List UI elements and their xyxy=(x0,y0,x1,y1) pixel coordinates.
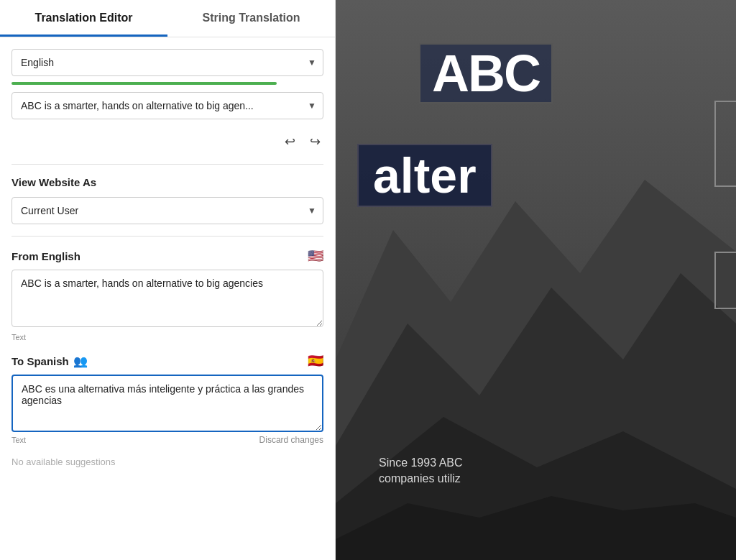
abc-overlay: ABC xyxy=(419,43,553,104)
abc-text: ABC xyxy=(432,45,540,102)
from-english-header: From English 🇺🇸 xyxy=(12,248,323,264)
to-spanish-textarea[interactable] xyxy=(12,375,323,432)
tab-string-translation[interactable]: String Translation xyxy=(167,0,335,37)
string-select[interactable]: ABC is a smarter, hands on alternative t… xyxy=(12,92,323,119)
divider-2 xyxy=(12,236,323,237)
view-website-as-label: View Website As xyxy=(12,176,323,188)
left-panel: Translation Editor String Translation En… xyxy=(0,0,336,560)
border-box-1 xyxy=(714,101,736,187)
to-spanish-type: Text xyxy=(12,436,26,444)
from-english-type: Text xyxy=(12,333,323,341)
abc-text-box: ABC xyxy=(419,43,553,104)
tabs-container: Translation Editor String Translation xyxy=(0,0,335,37)
redo-button[interactable]: ↪ xyxy=(307,131,323,152)
tab-translation-editor[interactable]: Translation Editor xyxy=(0,0,167,37)
right-panel: ✏ ABC alter Since 1993 ABC companies uti… xyxy=(336,0,736,560)
alter-text: alter xyxy=(373,148,477,203)
since-line-1: Since 1993 ABC xyxy=(379,456,463,469)
discard-row: Text Discard changes xyxy=(12,435,323,445)
string-select-wrapper: ABC is a smarter, hands on alternative t… xyxy=(12,92,323,119)
language-progress-bar xyxy=(12,82,277,85)
language-select-wrapper: English ▼ xyxy=(12,49,323,76)
preview-background: ✏ ABC alter Since 1993 ABC companies uti… xyxy=(336,0,736,560)
language-select[interactable]: English xyxy=(12,49,323,76)
no-suggestions-label: No available suggestions xyxy=(12,451,323,473)
since-line-2: companies utiliz xyxy=(379,472,463,485)
to-spanish-label: To Spanish 👥 xyxy=(12,354,88,368)
english-flag: 🇺🇸 xyxy=(308,248,323,264)
divider-1 xyxy=(12,164,323,165)
alter-overlay: alter xyxy=(357,144,492,207)
border-box-2 xyxy=(714,252,736,309)
discard-changes-button[interactable]: Discard changes xyxy=(259,435,323,445)
from-english-label: From English xyxy=(12,250,80,262)
spanish-flag: 🇪🇸 xyxy=(308,353,323,369)
panel-content: English ▼ ABC is a smarter, hands on alt… xyxy=(0,37,335,560)
undo-redo-bar: ↩ ↪ xyxy=(12,131,323,152)
view-as-select-wrapper: Current User ▼ xyxy=(12,197,323,224)
from-english-textarea[interactable] xyxy=(12,270,323,327)
to-spanish-header: To Spanish 👥 🇪🇸 xyxy=(12,353,323,369)
view-as-select[interactable]: Current User xyxy=(12,197,323,224)
users-icon: 👥 xyxy=(73,354,88,368)
since-text: Since 1993 ABC companies utiliz xyxy=(379,456,463,488)
undo-button[interactable]: ↩ xyxy=(282,131,298,152)
